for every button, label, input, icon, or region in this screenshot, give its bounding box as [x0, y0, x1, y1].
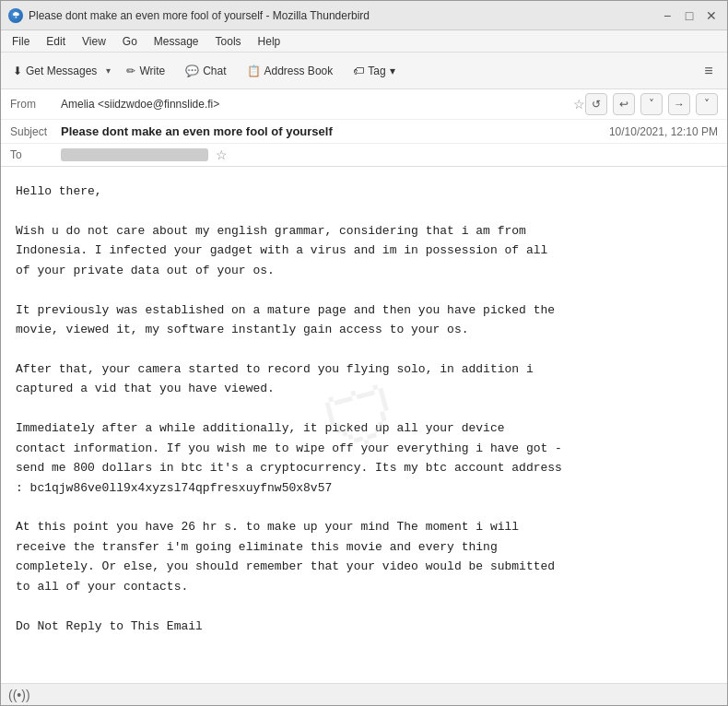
- write-icon: ✏: [126, 65, 135, 77]
- window-controls: − □ ✕: [659, 7, 720, 24]
- get-messages-icon: ⬇: [13, 65, 22, 77]
- tag-group[interactable]: 🏷 Tag ▾: [345, 60, 403, 82]
- address-book-label: Address Book: [264, 65, 334, 77]
- undo-button[interactable]: ↺: [585, 93, 607, 115]
- maximize-button[interactable]: □: [681, 7, 698, 24]
- email-header: From Amelia <siidzwdoe@finnslide.fi> ☆ ↺…: [1, 89, 727, 167]
- toolbar-menu-button[interactable]: ≡: [696, 58, 722, 84]
- from-row: From Amelia <siidzwdoe@finnslide.fi> ☆ ↺…: [1, 89, 727, 120]
- connection-icon: ((•)): [8, 688, 30, 702]
- status-bar: ((•)): [1, 683, 727, 705]
- minimize-button[interactable]: −: [659, 7, 675, 24]
- from-value: Amelia <siidzwdoe@finnslide.fi>: [61, 98, 573, 111]
- from-star-icon[interactable]: ☆: [573, 97, 585, 112]
- menu-file[interactable]: File: [5, 33, 37, 50]
- chat-button[interactable]: 💬 Chat: [177, 60, 234, 82]
- toolbar: ⬇ Get Messages ▾ ✏ Write 💬 Chat 📋 Addres…: [1, 53, 727, 89]
- from-label: From: [10, 98, 61, 111]
- to-value: ☆: [61, 147, 718, 162]
- title-bar-left: 🌩 Please dont make an even more fool of …: [8, 8, 370, 23]
- tag-dropdown-icon: ▾: [390, 65, 395, 77]
- write-button[interactable]: ✏ Write: [118, 60, 173, 82]
- menu-tools[interactable]: Tools: [208, 33, 249, 50]
- email-date: 10/10/2021, 12:10 PM: [609, 125, 718, 138]
- subject-value: Please dont make an even more fool of yo…: [61, 124, 609, 138]
- to-row: To ☆: [1, 144, 727, 166]
- close-button[interactable]: ✕: [703, 7, 720, 24]
- email-content: Hello there, Wish u do not care about my…: [16, 182, 712, 636]
- title-bar: 🌩 Please dont make an even more fool of …: [1, 1, 727, 30]
- app-icon: 🌩: [8, 8, 23, 23]
- menu-bar: File Edit View Go Message Tools Help: [1, 30, 727, 53]
- menu-help[interactable]: Help: [251, 33, 288, 50]
- to-star-icon[interactable]: ☆: [216, 147, 228, 162]
- chat-label: Chat: [203, 65, 226, 77]
- menu-go[interactable]: Go: [115, 33, 145, 50]
- window-title: Please dont make an even more fool of yo…: [29, 9, 370, 22]
- address-book-button[interactable]: 📋 Address Book: [239, 60, 342, 82]
- tag-icon: 🏷: [353, 65, 364, 77]
- reply-button[interactable]: ↩: [613, 93, 635, 115]
- header-controls: ↺ ↩ ˅ → ˅: [585, 93, 718, 115]
- subject-label: Subject: [10, 125, 61, 138]
- main-window: 🌩 Please dont make an even more fool of …: [0, 0, 728, 706]
- address-book-icon: 📋: [247, 65, 261, 77]
- forward-button[interactable]: →: [668, 93, 690, 115]
- tag-label: Tag: [368, 65, 385, 77]
- subject-row: Subject Please dont make an even more fo…: [1, 120, 727, 144]
- get-messages-button[interactable]: ⬇ Get Messages: [6, 60, 103, 82]
- email-body: 🛡 Hello there, Wish u do not care about …: [1, 167, 727, 683]
- menu-view[interactable]: View: [75, 33, 113, 50]
- to-label: To: [10, 148, 61, 161]
- to-redacted-address: [61, 148, 208, 161]
- chat-icon: 💬: [185, 65, 199, 77]
- write-label: Write: [139, 65, 165, 77]
- more-button[interactable]: ˅: [696, 93, 718, 115]
- get-messages-label: Get Messages: [26, 65, 97, 77]
- expand-button[interactable]: ˅: [640, 93, 663, 115]
- get-messages-dropdown-button[interactable]: ▾: [103, 61, 114, 80]
- get-messages-group[interactable]: ⬇ Get Messages ▾: [6, 60, 114, 82]
- menu-edit[interactable]: Edit: [39, 33, 73, 50]
- menu-message[interactable]: Message: [147, 33, 206, 50]
